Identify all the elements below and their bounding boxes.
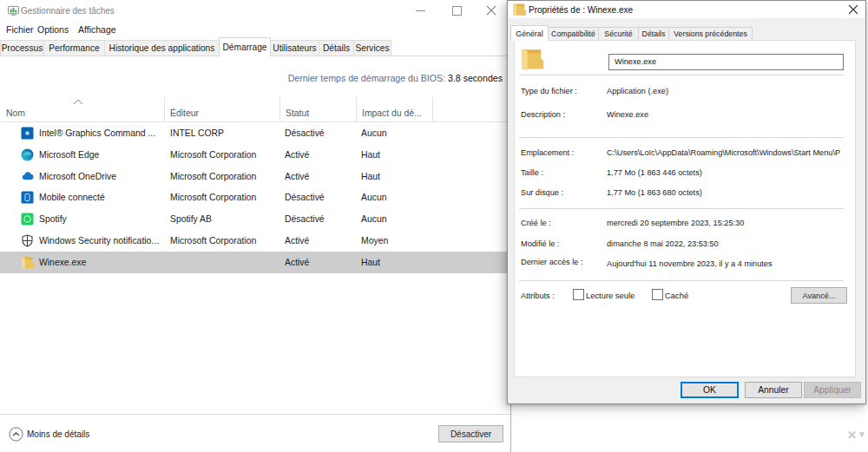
column-header-nom[interactable]: Nom bbox=[6, 108, 25, 120]
separator bbox=[519, 208, 844, 209]
field-label: Description : bbox=[521, 108, 565, 121]
filename-input[interactable]: Winexe.exe bbox=[608, 54, 844, 70]
task-manager-app-icon bbox=[8, 5, 19, 16]
apply-button[interactable]: Appliquer bbox=[804, 382, 861, 398]
readonly-checkbox[interactable] bbox=[573, 289, 584, 300]
sort-ascending-icon bbox=[73, 99, 83, 105]
folder-icon bbox=[512, 3, 526, 16]
readonly-label: Lecture seule bbox=[586, 289, 635, 303]
tab-compatibilite[interactable]: Compatibilité bbox=[548, 27, 599, 40]
column-header-editeur[interactable]: Éditeur bbox=[170, 108, 199, 120]
column-header-impact[interactable]: Impact du dé... bbox=[362, 108, 422, 120]
tab-details-dlg[interactable]: Détails bbox=[638, 27, 669, 40]
task-manager-menubar: Fichier Options Affichage bbox=[0, 23, 510, 38]
menu-fichier[interactable]: Fichier bbox=[6, 23, 34, 36]
hidden-label: Caché bbox=[665, 289, 688, 303]
startup-impact: Moyen bbox=[361, 230, 388, 252]
tab-utilisateurs[interactable]: Utilisateurs bbox=[270, 40, 319, 56]
disable-button[interactable]: Désactiver bbox=[438, 425, 503, 442]
startup-publisher: Microsoft Corporation bbox=[170, 144, 256, 166]
intel-graphics-icon bbox=[21, 122, 34, 144]
startup-name: Intel® Graphics Command ... bbox=[39, 122, 155, 144]
table-row[interactable]: Intel® Graphics Command ... INTEL CORP D… bbox=[0, 122, 510, 144]
startup-name: Windows Security notificatio... bbox=[39, 230, 159, 252]
startup-impact: Haut bbox=[361, 144, 380, 166]
tab-processus[interactable]: Processus bbox=[0, 40, 44, 56]
startup-apps-table: Intel® Graphics Command ... INTEL CORP D… bbox=[0, 122, 510, 273]
attributes-label: Attributs : bbox=[521, 289, 555, 303]
startup-publisher: INTEL CORP bbox=[170, 122, 224, 144]
phone-link-icon bbox=[21, 187, 34, 209]
table-row[interactable]: Windows Security notificatio... Microsof… bbox=[0, 230, 510, 252]
spotify-icon bbox=[21, 208, 34, 230]
microsoft-edge-icon bbox=[21, 144, 34, 166]
tab-demarrage[interactable]: Démarrage bbox=[219, 37, 271, 56]
menu-options[interactable]: Options bbox=[37, 23, 69, 36]
background-close-icon[interactable]: ✕ bbox=[847, 429, 857, 442]
less-details-toggle[interactable]: Moins de détails bbox=[27, 429, 89, 441]
field-value: Aujourd'hui 11 novembre 2023, il y a 4 m… bbox=[607, 257, 773, 271]
column-separator[interactable] bbox=[356, 97, 357, 121]
startup-name: Winexe.exe bbox=[39, 252, 86, 273]
startup-publisher: Microsoft Corporation bbox=[170, 166, 256, 187]
task-manager-window: Gestionnaire des tâches Fichier Options … bbox=[0, 0, 511, 452]
table-row[interactable]: Spotify Spotify AB Désactivé Aucun bbox=[0, 208, 510, 230]
screen: Gestionnaire des tâches Fichier Options … bbox=[0, 0, 868, 452]
advanced-button[interactable]: Avancé... bbox=[791, 287, 847, 304]
tab-details[interactable]: Détails bbox=[319, 40, 354, 56]
tab-versions[interactable]: Versions précédentes bbox=[668, 27, 753, 40]
tab-securite[interactable]: Sécurité bbox=[598, 27, 639, 40]
minimize-button[interactable] bbox=[416, 10, 425, 11]
field-label: Créé le : bbox=[521, 216, 551, 230]
field-label: Taille : bbox=[521, 166, 543, 180]
hidden-checkbox[interactable] bbox=[652, 289, 663, 300]
field-value: dimanche 8 mai 2022, 23:53:50 bbox=[607, 237, 719, 251]
column-separator[interactable] bbox=[432, 97, 433, 121]
field-value: 1,77 Mo (1 863 680 octets) bbox=[607, 186, 702, 200]
startup-impact: Aucun bbox=[361, 208, 386, 230]
field-label: Dernier accès le : bbox=[521, 255, 583, 269]
background-dropdown-icon[interactable]: ▼ bbox=[858, 429, 866, 439]
startup-publisher: Spotify AB bbox=[170, 208, 212, 230]
startup-status: Désactivé bbox=[285, 122, 325, 144]
startup-publisher: Microsoft Corporation bbox=[170, 187, 256, 209]
startup-impact: Aucun bbox=[361, 122, 386, 144]
startup-impact: Aucun bbox=[361, 187, 386, 209]
ok-button[interactable]: OK bbox=[681, 382, 739, 398]
table-row[interactable]: Microsoft Edge Microsoft Corporation Act… bbox=[0, 144, 510, 166]
separator bbox=[519, 280, 844, 281]
startup-publisher: Microsoft Corporation bbox=[170, 230, 256, 252]
table-row[interactable]: Mobile connecté Microsoft Corporation Dé… bbox=[0, 187, 510, 209]
onedrive-cloud-icon bbox=[21, 166, 34, 187]
table-row[interactable]: Microsoft OneDrive Microsoft Corporation… bbox=[0, 166, 510, 187]
separator bbox=[519, 75, 844, 75]
folder-icon-large bbox=[520, 47, 543, 71]
tab-general[interactable]: Général bbox=[510, 25, 549, 41]
startup-name: Spotify bbox=[39, 208, 67, 230]
startup-status: Activé bbox=[285, 166, 309, 187]
column-separator[interactable] bbox=[164, 97, 165, 121]
field-label: Modifié le : bbox=[521, 237, 559, 251]
menu-affichage[interactable]: Affichage bbox=[78, 23, 116, 36]
field-label: Emplacement : bbox=[521, 146, 574, 160]
close-button[interactable] bbox=[486, 5, 496, 16]
startup-name: Mobile connecté bbox=[39, 187, 105, 209]
tab-historique[interactable]: Historique des applications bbox=[104, 40, 220, 56]
cancel-button[interactable]: Annuler bbox=[745, 382, 802, 398]
dialog-close-button[interactable] bbox=[848, 4, 858, 15]
startup-name: Microsoft OneDrive bbox=[39, 166, 116, 187]
tab-services[interactable]: Services bbox=[353, 40, 391, 56]
folder-icon bbox=[21, 252, 34, 273]
bios-time-line: Dernier temps de démarrage du BIOS: 3.8 … bbox=[288, 72, 503, 84]
startup-status: Activé bbox=[285, 252, 309, 273]
chevron-up-circle-icon[interactable] bbox=[9, 427, 23, 442]
maximize-button[interactable] bbox=[452, 6, 462, 16]
field-value: mercredi 20 septembre 2023, 15:25:30 bbox=[607, 216, 744, 230]
column-separator[interactable] bbox=[279, 97, 280, 121]
properties-dialog: Propriétés de : Winexe.exe Général Compa… bbox=[507, 0, 866, 404]
tab-performance[interactable]: Performance bbox=[43, 40, 105, 56]
column-header-statut[interactable]: Statut bbox=[286, 108, 309, 120]
startup-name: Microsoft Edge bbox=[39, 144, 99, 166]
startup-status: Désactivé bbox=[285, 208, 325, 230]
table-row-selected[interactable]: Winexe.exe Activé Haut bbox=[0, 252, 510, 273]
